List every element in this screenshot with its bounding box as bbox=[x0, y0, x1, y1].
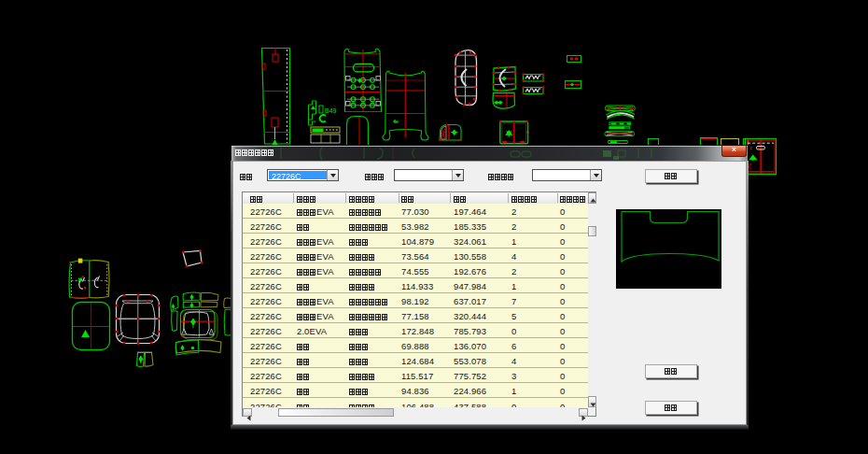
svg-text:B49: B49 bbox=[325, 107, 337, 114]
